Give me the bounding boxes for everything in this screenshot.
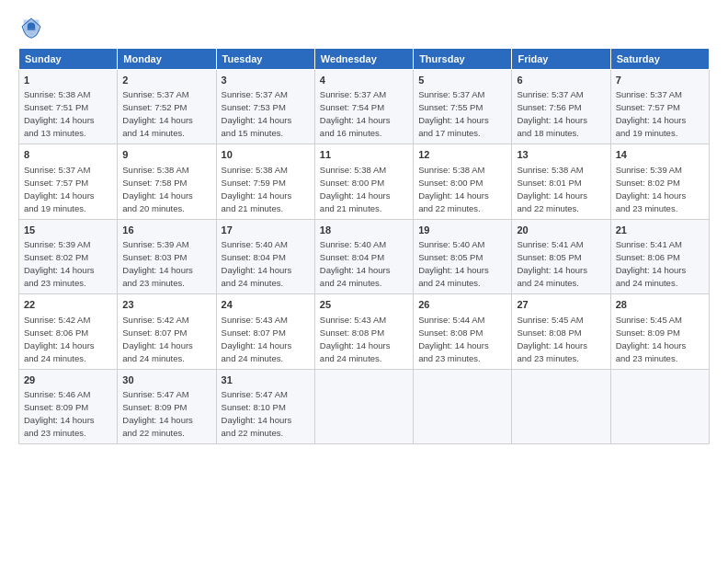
- day-number: 7: [616, 74, 704, 87]
- day-number: 14: [616, 148, 704, 162]
- calendar-cell: 15Sunrise: 5:39 AM Sunset: 8:02 PM Dayli…: [19, 219, 118, 293]
- calendar-cell: 12Sunrise: 5:38 AM Sunset: 8:00 PM Dayli…: [414, 144, 512, 219]
- day-number: 11: [320, 148, 408, 162]
- calendar-cell: 3Sunrise: 5:37 AM Sunset: 7:53 PM Daylig…: [216, 70, 314, 144]
- calendar-cell: 18Sunrise: 5:40 AM Sunset: 8:04 PM Dayli…: [314, 219, 413, 293]
- page: SundayMondayTuesdayWednesdayThursdayFrid…: [0, 0, 728, 563]
- calendar-cell: 6Sunrise: 5:37 AM Sunset: 7:56 PM Daylig…: [512, 70, 610, 144]
- day-info: Sunrise: 5:43 AM Sunset: 8:08 PM Dayligh…: [320, 315, 391, 363]
- day-number: 3: [222, 74, 310, 87]
- week-row-1: 1Sunrise: 5:38 AM Sunset: 7:51 PM Daylig…: [19, 70, 710, 144]
- day-number: 17: [222, 224, 310, 237]
- calendar-cell: 8Sunrise: 5:37 AM Sunset: 7:57 PM Daylig…: [19, 144, 118, 219]
- day-info: Sunrise: 5:44 AM Sunset: 8:08 PM Dayligh…: [418, 315, 489, 363]
- day-info: Sunrise: 5:37 AM Sunset: 7:56 PM Dayligh…: [517, 89, 587, 138]
- week-row-4: 22Sunrise: 5:42 AM Sunset: 8:06 PM Dayli…: [19, 294, 710, 369]
- calendar-cell: 22Sunrise: 5:42 AM Sunset: 8:06 PM Dayli…: [19, 294, 118, 369]
- day-info: Sunrise: 5:39 AM Sunset: 8:03 PM Dayligh…: [122, 239, 193, 288]
- calendar-cell: 23Sunrise: 5:42 AM Sunset: 8:07 PM Dayli…: [118, 294, 216, 369]
- calendar-cell: [414, 369, 512, 443]
- header-cell-tuesday: Tuesday: [216, 49, 314, 70]
- day-number: 31: [222, 373, 310, 387]
- day-number: 5: [418, 74, 506, 87]
- calendar-cell: [314, 369, 413, 443]
- header: [18, 15, 710, 40]
- day-number: 8: [24, 148, 112, 162]
- day-info: Sunrise: 5:37 AM Sunset: 7:57 PM Dayligh…: [24, 165, 95, 213]
- calendar-cell: 31Sunrise: 5:47 AM Sunset: 8:10 PM Dayli…: [216, 369, 314, 443]
- calendar-cell: [512, 369, 610, 443]
- day-number: 10: [222, 148, 310, 162]
- calendar-cell: 30Sunrise: 5:47 AM Sunset: 8:09 PM Dayli…: [118, 369, 216, 443]
- week-row-3: 15Sunrise: 5:39 AM Sunset: 8:02 PM Dayli…: [19, 219, 710, 293]
- logo: [18, 15, 48, 40]
- day-number: 25: [320, 298, 408, 312]
- day-info: Sunrise: 5:40 AM Sunset: 8:05 PM Dayligh…: [418, 239, 489, 288]
- header-cell-friday: Friday: [512, 49, 610, 70]
- day-info: Sunrise: 5:42 AM Sunset: 8:06 PM Dayligh…: [24, 315, 95, 363]
- calendar-cell: 24Sunrise: 5:43 AM Sunset: 8:07 PM Dayli…: [216, 294, 314, 369]
- calendar-cell: 28Sunrise: 5:45 AM Sunset: 8:09 PM Dayli…: [610, 294, 709, 369]
- day-info: Sunrise: 5:46 AM Sunset: 8:09 PM Dayligh…: [24, 389, 95, 438]
- day-info: Sunrise: 5:38 AM Sunset: 8:01 PM Dayligh…: [517, 165, 587, 213]
- day-number: 15: [24, 224, 112, 237]
- header-cell-thursday: Thursday: [414, 49, 512, 70]
- calendar-cell: 20Sunrise: 5:41 AM Sunset: 8:05 PM Dayli…: [512, 219, 610, 293]
- day-info: Sunrise: 5:38 AM Sunset: 7:58 PM Dayligh…: [122, 165, 193, 213]
- day-number: 22: [24, 298, 112, 312]
- day-number: 4: [320, 74, 408, 87]
- day-info: Sunrise: 5:47 AM Sunset: 8:09 PM Dayligh…: [122, 389, 193, 438]
- day-number: 29: [24, 373, 112, 387]
- day-number: 9: [122, 148, 210, 162]
- day-info: Sunrise: 5:40 AM Sunset: 8:04 PM Dayligh…: [320, 239, 391, 288]
- day-number: 19: [418, 224, 506, 237]
- day-info: Sunrise: 5:37 AM Sunset: 7:54 PM Dayligh…: [320, 89, 391, 138]
- day-number: 6: [517, 74, 605, 87]
- day-info: Sunrise: 5:41 AM Sunset: 8:06 PM Dayligh…: [616, 239, 687, 288]
- calendar-cell: 10Sunrise: 5:38 AM Sunset: 7:59 PM Dayli…: [216, 144, 314, 219]
- calendar-cell: 19Sunrise: 5:40 AM Sunset: 8:05 PM Dayli…: [414, 219, 512, 293]
- day-number: 18: [320, 224, 408, 237]
- header-row: SundayMondayTuesdayWednesdayThursdayFrid…: [19, 49, 710, 70]
- day-info: Sunrise: 5:37 AM Sunset: 7:55 PM Dayligh…: [418, 89, 489, 138]
- week-row-5: 29Sunrise: 5:46 AM Sunset: 8:09 PM Dayli…: [19, 369, 710, 443]
- day-info: Sunrise: 5:47 AM Sunset: 8:10 PM Dayligh…: [222, 389, 292, 438]
- day-number: 23: [122, 298, 210, 312]
- calendar-cell: 11Sunrise: 5:38 AM Sunset: 8:00 PM Dayli…: [314, 144, 413, 219]
- logo-icon: [18, 15, 44, 40]
- day-number: 24: [222, 298, 310, 312]
- day-number: 2: [122, 74, 210, 87]
- day-info: Sunrise: 5:39 AM Sunset: 8:02 PM Dayligh…: [24, 239, 95, 288]
- day-info: Sunrise: 5:43 AM Sunset: 8:07 PM Dayligh…: [222, 315, 292, 363]
- header-cell-monday: Monday: [118, 49, 216, 70]
- day-number: 27: [517, 298, 605, 312]
- header-cell-sunday: Sunday: [19, 49, 118, 70]
- day-info: Sunrise: 5:37 AM Sunset: 7:52 PM Dayligh…: [122, 89, 193, 138]
- day-info: Sunrise: 5:38 AM Sunset: 8:00 PM Dayligh…: [320, 165, 391, 213]
- calendar-cell: 1Sunrise: 5:38 AM Sunset: 7:51 PM Daylig…: [19, 70, 118, 144]
- calendar-cell: 16Sunrise: 5:39 AM Sunset: 8:03 PM Dayli…: [118, 219, 216, 293]
- day-number: 1: [24, 74, 112, 87]
- day-info: Sunrise: 5:37 AM Sunset: 7:57 PM Dayligh…: [616, 89, 687, 138]
- calendar-cell: 14Sunrise: 5:39 AM Sunset: 8:02 PM Dayli…: [610, 144, 709, 219]
- calendar-table: SundayMondayTuesdayWednesdayThursdayFrid…: [18, 48, 710, 444]
- day-number: 12: [418, 148, 506, 162]
- calendar-cell: 17Sunrise: 5:40 AM Sunset: 8:04 PM Dayli…: [216, 219, 314, 293]
- day-info: Sunrise: 5:37 AM Sunset: 7:53 PM Dayligh…: [222, 89, 292, 138]
- calendar-cell: 13Sunrise: 5:38 AM Sunset: 8:01 PM Dayli…: [512, 144, 610, 219]
- day-number: 28: [616, 298, 704, 312]
- calendar-cell: 27Sunrise: 5:45 AM Sunset: 8:08 PM Dayli…: [512, 294, 610, 369]
- day-info: Sunrise: 5:45 AM Sunset: 8:09 PM Dayligh…: [616, 315, 687, 363]
- calendar-cell: 4Sunrise: 5:37 AM Sunset: 7:54 PM Daylig…: [314, 70, 413, 144]
- calendar-cell: 7Sunrise: 5:37 AM Sunset: 7:57 PM Daylig…: [610, 70, 709, 144]
- day-info: Sunrise: 5:38 AM Sunset: 8:00 PM Dayligh…: [418, 165, 489, 213]
- calendar-cell: 2Sunrise: 5:37 AM Sunset: 7:52 PM Daylig…: [118, 70, 216, 144]
- day-number: 16: [122, 224, 210, 237]
- calendar-cell: 25Sunrise: 5:43 AM Sunset: 8:08 PM Dayli…: [314, 294, 413, 369]
- calendar-cell: 21Sunrise: 5:41 AM Sunset: 8:06 PM Dayli…: [610, 219, 709, 293]
- day-number: 21: [616, 224, 704, 237]
- calendar-cell: 29Sunrise: 5:46 AM Sunset: 8:09 PM Dayli…: [19, 369, 118, 443]
- day-info: Sunrise: 5:42 AM Sunset: 8:07 PM Dayligh…: [122, 315, 193, 363]
- day-info: Sunrise: 5:45 AM Sunset: 8:08 PM Dayligh…: [517, 315, 587, 363]
- calendar-cell: 26Sunrise: 5:44 AM Sunset: 8:08 PM Dayli…: [414, 294, 512, 369]
